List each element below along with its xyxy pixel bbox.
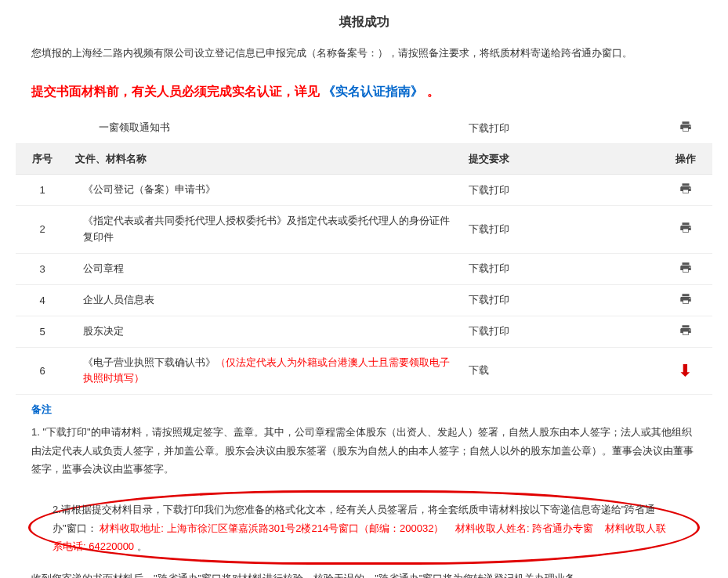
row-req: 下载打印 xyxy=(462,206,659,254)
table-row: 5股东决定下载打印 xyxy=(16,316,712,347)
note-2: 2.请根据提交材料目录，下载打印我们为您准备的格式化文本，经有关人员签署后，将全… xyxy=(53,500,675,555)
pre-row-req: 下载打印 xyxy=(462,113,659,144)
table-row: 3公司章程下载打印 xyxy=(16,253,712,284)
tel-value: 64220000 xyxy=(89,540,134,552)
row-req: 下载打印 xyxy=(462,175,659,206)
warning-tail: 。 xyxy=(427,85,440,98)
printer-icon[interactable] xyxy=(679,323,693,338)
col-num-header: 序号 xyxy=(16,144,69,175)
col-req-header: 提交要求 xyxy=(462,144,659,175)
row-num: 6 xyxy=(16,347,69,395)
printer-icon[interactable] xyxy=(679,120,693,134)
pre-row: 一窗领取通知书 下载打印 xyxy=(16,113,712,144)
addr-label: 材料收取地址: xyxy=(100,522,164,534)
row-req: 下载打印 xyxy=(462,253,659,284)
doc-name: 股东决定 xyxy=(83,325,124,337)
note2-tail: 。 xyxy=(137,540,147,552)
row-num: 2 xyxy=(16,206,69,254)
pre-row-name: 一窗领取通知书 xyxy=(69,113,462,144)
row-req: 下载打印 xyxy=(462,316,659,347)
materials-table: 一窗领取通知书 下载打印 序号 文件、材料名称 提交要求 操作 1《公司登记（备… xyxy=(16,113,712,395)
row-num: 3 xyxy=(16,253,69,284)
doc-name: 公司章程 xyxy=(83,262,124,274)
highlighted-mailing-info: 2.请根据提交材料目录，下载打印我们为您准备的格式化文本，经有关人员签署后，将全… xyxy=(28,490,700,564)
row-num: 5 xyxy=(16,316,69,347)
doc-name: 《指定代表或者共同委托代理人授权委托书》及指定代表或委托代理人的身份证件复印件 xyxy=(83,215,450,243)
intro-text: 您填报的上海经二路内视频有限公司设立登记信息已申报完成（名称备案号：），请按照备… xyxy=(16,40,712,76)
page-title: 填报成功 xyxy=(16,8,712,40)
table-row: 1《公司登记（备案）申请书》下载打印 xyxy=(16,175,712,206)
printer-icon[interactable] xyxy=(679,182,693,196)
warning-text: 提交书面材料前，有关人员必须完成实名认证，详见 xyxy=(31,85,320,98)
addr-value: 上海市徐汇区肇嘉浜路301号2楼214号窗口（邮编：200032） xyxy=(167,522,444,534)
recv-name-value: 跨省通办专窗 xyxy=(532,522,593,534)
row-num: 4 xyxy=(16,284,69,316)
col-op-header: 操作 xyxy=(659,144,712,175)
table-header: 序号 文件、材料名称 提交要求 操作 xyxy=(16,144,712,175)
col-name-header: 文件、材料名称 xyxy=(69,144,462,175)
printer-icon[interactable] xyxy=(679,261,693,275)
recv-name-label: 材料收取人姓名: xyxy=(455,522,530,534)
table-row: 6《电子营业执照下载确认书》（仅法定代表人为外籍或台港澳人士且需要领取电子执照时… xyxy=(16,347,712,395)
realname-guide-link[interactable]: 《实名认证指南》 xyxy=(323,85,423,98)
note-1: 1. "下载打印"的申请材料，请按照规定签字、盖章。其中，公司章程需全体股东（出… xyxy=(31,423,697,478)
beizhu-title: 备注 xyxy=(16,395,712,420)
row-req: 下载打印 xyxy=(462,284,659,316)
realname-warning: 提交书面材料前，有关人员必须完成实名认证，详见 《实名认证指南》 。 xyxy=(16,76,712,113)
download-arrow-icon[interactable]: ⬇ xyxy=(679,363,692,378)
doc-name: 企业人员信息表 xyxy=(83,294,154,305)
printer-icon[interactable] xyxy=(679,221,693,235)
table-row: 2《指定代表或者共同委托代理人授权委托书》及指定代表或委托代理人的身份证件复印件… xyxy=(16,206,712,254)
row-num: 1 xyxy=(16,175,69,206)
doc-name: 《电子营业执照下载确认书》 xyxy=(83,356,216,368)
note-3: 收到您寄递的书面材料后，"跨省通办"窗口将对材料进行核验，核验无误的，"跨省通办… xyxy=(31,569,697,578)
row-req: 下载 xyxy=(462,347,659,395)
table-row: 4企业人员信息表下载打印 xyxy=(16,284,712,316)
doc-name: 《公司登记（备案）申请书》 xyxy=(83,183,216,195)
printer-icon[interactable] xyxy=(679,292,693,306)
